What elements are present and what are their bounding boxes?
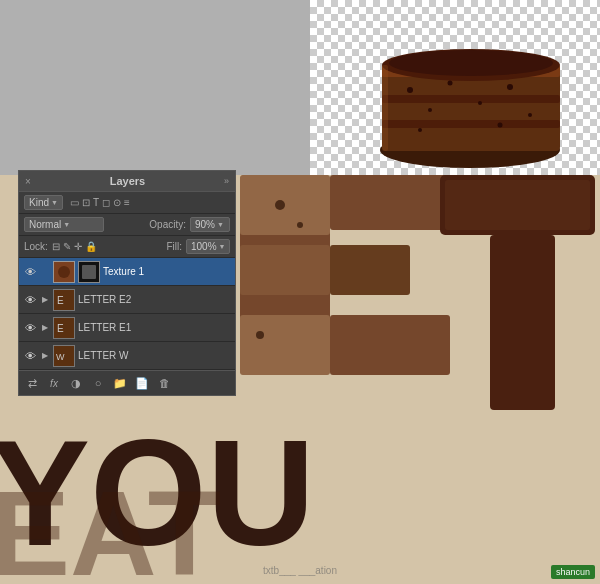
opacity-arrow: ▼ [217, 221, 224, 228]
new-layer-icon[interactable]: 📄 [133, 374, 151, 392]
svg-point-9 [448, 81, 453, 86]
svg-point-7 [407, 87, 413, 93]
fx-icon[interactable]: fx [45, 374, 63, 392]
svg-rect-29 [445, 180, 590, 230]
layer-expand-toggle[interactable]: ▶ [40, 349, 50, 363]
shancun-label: shancun [556, 567, 590, 577]
svg-rect-23 [330, 315, 450, 375]
panel-toolbar: ⇄ fx ◑ ○ 📁 📄 🗑 [19, 370, 235, 395]
layer-row[interactable]: 👁 Texture 1 [19, 258, 235, 286]
svg-rect-19 [240, 245, 330, 295]
blend-mode-label: Normal [29, 219, 61, 230]
kind-icon-type[interactable]: T [93, 197, 99, 208]
lock-icons: ⊟ ✎ ✛ 🔒 [52, 241, 97, 252]
lock-all-icon[interactable]: 🔒 [85, 241, 97, 252]
layer-visibility-toggle[interactable]: 👁 [23, 321, 37, 335]
svg-rect-35 [82, 265, 96, 279]
svg-point-24 [275, 200, 285, 210]
kind-icon-folder[interactable]: ▭ [70, 197, 79, 208]
kind-dropdown[interactable]: Kind ▼ [24, 195, 63, 210]
layer-row[interactable]: 👁 ▶ W LETTER W [19, 342, 235, 370]
layer-expand-toggle[interactable] [40, 265, 50, 279]
svg-point-13 [418, 128, 422, 132]
layers-panel: × Layers » Kind ▼ ▭ ⊡ T ◻ ⊙ ≡ Normal ▼ [18, 170, 236, 396]
kind-icon-adjustment[interactable]: ⊙ [113, 197, 121, 208]
lock-position-icon[interactable]: ✛ [74, 241, 82, 252]
layer-thumbnail: E [53, 289, 75, 311]
lock-image-icon[interactable]: ✎ [63, 241, 71, 252]
cake-image [350, 5, 590, 170]
opacity-input[interactable]: 90% ▼ [190, 217, 230, 232]
lock-row: Lock: ⊟ ✎ ✛ 🔒 Fill: 100% ▼ [19, 236, 235, 258]
svg-point-10 [478, 101, 482, 105]
kind-icon-shape[interactable]: ◻ [102, 197, 110, 208]
svg-text:E: E [57, 295, 64, 306]
svg-rect-28 [490, 235, 555, 410]
svg-text:E: E [57, 323, 64, 334]
svg-point-26 [256, 331, 264, 339]
layer-row[interactable]: 👁 ▶ E LETTER E1 [19, 314, 235, 342]
svg-rect-4 [382, 120, 560, 128]
svg-point-6 [389, 50, 553, 76]
layer-visibility-toggle[interactable]: 👁 [23, 293, 37, 307]
fill-label: Fill: [166, 241, 182, 252]
panel-expand-button[interactable]: » [224, 176, 229, 186]
lock-label: Lock: [24, 241, 48, 252]
layer-visibility-toggle[interactable]: 👁 [23, 349, 37, 363]
layer-name: LETTER E2 [78, 294, 231, 305]
link-icon[interactable]: ⇄ [23, 374, 41, 392]
canvas-grey [0, 0, 310, 175]
fill-arrow: ▼ [219, 243, 226, 250]
mask-icon[interactable]: ○ [89, 374, 107, 392]
kind-icon-settings[interactable]: ≡ [124, 197, 130, 208]
svg-point-11 [507, 84, 513, 90]
panel-header: × Layers » [19, 171, 235, 192]
kind-arrow: ▼ [51, 199, 58, 206]
panel-title: Layers [110, 175, 145, 187]
layer-name: Texture 1 [103, 266, 231, 277]
svg-point-14 [498, 123, 503, 128]
lock-transparent-icon[interactable]: ⊟ [52, 241, 60, 252]
folder-icon[interactable]: 📁 [111, 374, 129, 392]
layer-thumbnail: E [53, 317, 75, 339]
layer-mask-thumbnail [78, 261, 100, 283]
svg-text:EAT: EAT [0, 466, 221, 584]
opacity-label: Opacity: [149, 219, 186, 230]
kind-label: Kind [29, 197, 49, 208]
layer-name: LETTER W [78, 350, 231, 361]
canvas-area: YOU EAT × Layers » Kind ▼ ▭ ⊡ T ◻ ⊙ ≡ [0, 0, 600, 584]
adjustment-layer-icon[interactable]: ◑ [67, 374, 85, 392]
opacity-value-text: 90% [195, 219, 215, 230]
shancun-badge: shancun [551, 565, 595, 579]
svg-text:W: W [56, 352, 65, 362]
watermark: txtb___ ___ation [263, 565, 337, 576]
delete-layer-icon[interactable]: 🗑 [155, 374, 173, 392]
svg-point-33 [58, 266, 70, 278]
kind-icons: ▭ ⊡ T ◻ ⊙ ≡ [70, 197, 130, 208]
watermark-text: txtb___ ___ation [263, 565, 337, 576]
layer-name: LETTER E1 [78, 322, 231, 333]
layer-thumbnail [53, 261, 75, 283]
layer-expand-toggle[interactable]: ▶ [40, 321, 50, 335]
svg-rect-20 [240, 315, 330, 375]
kind-row: Kind ▼ ▭ ⊡ T ◻ ⊙ ≡ [19, 192, 235, 214]
svg-rect-3 [382, 95, 560, 103]
layer-visibility-toggle[interactable]: 👁 [23, 265, 37, 279]
panel-close-button[interactable]: × [25, 176, 31, 187]
svg-point-8 [428, 108, 432, 112]
blend-mode-dropdown[interactable]: Normal ▼ [24, 217, 104, 232]
layer-row[interactable]: 👁 ▶ E LETTER E2 [19, 286, 235, 314]
layer-thumbnail: W [53, 345, 75, 367]
layer-expand-toggle[interactable]: ▶ [40, 293, 50, 307]
blend-row: Normal ▼ Opacity: 90% ▼ [19, 214, 235, 236]
svg-rect-15 [382, 65, 388, 151]
svg-point-25 [297, 222, 303, 228]
svg-rect-22 [330, 245, 410, 295]
svg-point-12 [528, 113, 532, 117]
fill-value-text: 100% [191, 241, 217, 252]
svg-rect-21 [330, 175, 450, 230]
kind-icon-pixel[interactable]: ⊡ [82, 197, 90, 208]
blend-mode-arrow: ▼ [63, 221, 70, 228]
fill-input[interactable]: 100% ▼ [186, 239, 230, 254]
